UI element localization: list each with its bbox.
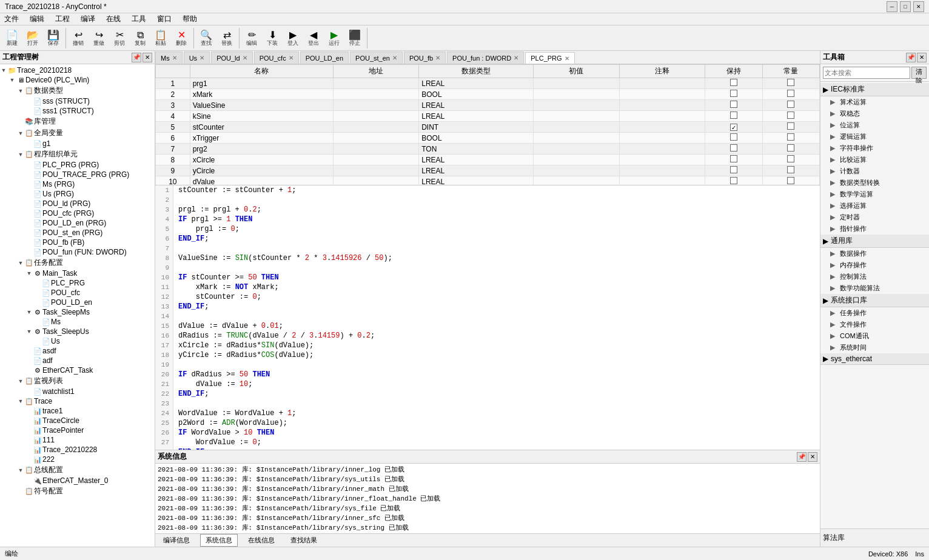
undo-button[interactable]: ↩撤销	[69, 28, 88, 48]
tab-close[interactable]: ✕	[435, 55, 440, 61]
tree-item-busconfig[interactable]: ▼📋总线配置	[0, 464, 155, 476]
tree-item-pousten[interactable]: 📄POU_st_en (PRG)	[0, 228, 155, 238]
tab-close[interactable]: ✕	[565, 55, 569, 62]
menu-item-编辑[interactable]: 编辑	[28, 14, 46, 24]
right-item-内存操作[interactable]: ▶内存操作	[820, 259, 929, 271]
right-item-系统时间[interactable]: ▶系统时间	[820, 342, 929, 353]
run-button[interactable]: ▶运行	[324, 28, 344, 48]
constant-checkbox[interactable]	[787, 155, 794, 162]
right-item-控制算法[interactable]: ▶控制算法	[820, 271, 929, 282]
stop-button[interactable]: ⬛停止	[345, 28, 364, 48]
tab-0[interactable]: Ms✕	[155, 52, 183, 64]
tab-8[interactable]: PLC_PRG✕	[525, 52, 574, 64]
panel-close-button[interactable]: ✕	[143, 53, 152, 62]
tree-item-ms[interactable]: 📄Ms (PRG)	[0, 179, 155, 189]
tree-item-us2[interactable]: 📄Us	[0, 336, 155, 346]
tree-item-pouild[interactable]: 📄POU_ld (PRG)	[0, 199, 155, 208]
tree-item-tasksleepus[interactable]: ▼⚙Task_SleepUs	[0, 327, 155, 336]
table-row[interactable]: 2xMarkBOOL	[156, 89, 820, 100]
tree-item-taskconfig[interactable]: ▼📋任务配置	[0, 257, 155, 268]
table-row[interactable]: 1prg1LREAL	[156, 78, 820, 89]
retain-checkbox[interactable]	[730, 155, 737, 162]
right-item-比较运算[interactable]: ▶比较运算	[820, 154, 929, 165]
right-item-字符串操作[interactable]: ▶字符串操作	[820, 142, 929, 154]
tree-item-libmgr[interactable]: 📚库管理	[0, 116, 155, 127]
right-item-计数器[interactable]: ▶计数器	[820, 165, 929, 177]
bottom-tab-3[interactable]: 查找结果	[285, 534, 323, 547]
table-row[interactable]: 6xTriggerBOOL	[156, 133, 820, 144]
copy-button[interactable]: ⧉复制	[130, 28, 150, 48]
tree-item-sss[interactable]: 📄sss (STRUCT)	[0, 96, 155, 106]
replace-button[interactable]: ⇄替换	[217, 28, 236, 48]
menu-item-帮助[interactable]: 帮助	[181, 14, 199, 24]
right-panel-pin[interactable]: 📌	[906, 53, 916, 62]
tab-7[interactable]: POU_fun : DWORD✕	[447, 52, 524, 64]
close-button[interactable]: ✕	[913, 1, 924, 12]
tree-item-ethercattask[interactable]: ⚙EtherCAT_Task	[0, 365, 155, 375]
retain-checkbox[interactable]	[730, 177, 737, 184]
menu-item-文件[interactable]: 文件	[2, 14, 21, 24]
table-row[interactable]: 9yCircleLREAL	[156, 165, 820, 176]
retain-checkbox[interactable]	[730, 124, 737, 131]
table-row[interactable]: 5stCounterDINT	[156, 122, 820, 133]
table-row[interactable]: 10dValueLREAL	[156, 176, 820, 185]
tree-item-asdf[interactable]: 📄asdf	[0, 346, 155, 356]
tree-item-adf[interactable]: 📄adf	[0, 356, 155, 365]
tree-item-tracefolder[interactable]: ▼📋Trace	[0, 396, 155, 406]
logout-button[interactable]: ◀登出	[304, 28, 323, 48]
tree-item-trace20210228[interactable]: 📊Trace_20210228	[0, 445, 155, 455]
tree-item-tasksleepms[interactable]: ▼⚙Task_SleepMs	[0, 307, 155, 317]
right-item-COM通讯[interactable]: ▶COM通讯	[820, 330, 929, 342]
tree-item-symbolconfig[interactable]: 📋符号配置	[0, 485, 155, 497]
right-item-逻辑运算[interactable]: ▶逻辑运算	[820, 131, 929, 142]
tree-item-sss1[interactable]: 📄sss1 (STRUCT)	[0, 106, 155, 116]
tree-item-t222[interactable]: 📊222	[0, 455, 155, 464]
tab-2[interactable]: POU_ld✕	[211, 52, 253, 64]
tree-item-tracepointer[interactable]: 📊TracePointer	[0, 425, 155, 435]
tree-item-us[interactable]: 📄Us (PRG)	[0, 189, 155, 199]
tree-item-device0[interactable]: ▼🖥Device0 (PLC_Win)	[0, 75, 155, 85]
new-button[interactable]: 📄新建	[2, 28, 22, 48]
bottom-tab-2[interactable]: 在线信息	[243, 534, 280, 547]
right-item-双稳态[interactable]: ▶双稳态	[820, 108, 929, 119]
tree-item-g1[interactable]: 📄g1	[0, 139, 155, 148]
retain-checkbox[interactable]	[730, 79, 737, 86]
bottom-tab-0[interactable]: 编译信息	[158, 534, 195, 547]
right-item-数据类型转换[interactable]: ▶数据类型转换	[820, 177, 929, 188]
constant-checkbox[interactable]	[787, 112, 794, 119]
tree-item-t111[interactable]: 📊111	[0, 435, 155, 445]
table-row[interactable]: 7prg2TON	[156, 144, 820, 155]
constant-checkbox[interactable]	[787, 101, 794, 108]
menu-item-工程[interactable]: 工程	[53, 14, 72, 24]
constant-checkbox[interactable]	[787, 177, 794, 184]
algo-lib[interactable]: 算法库	[820, 528, 929, 547]
retain-checkbox[interactable]	[730, 101, 737, 108]
tree-item-pouLDen2[interactable]: 📄POU_LD_en	[0, 298, 155, 307]
tab-close[interactable]: ✕	[200, 55, 204, 61]
tab-1[interactable]: Us✕	[184, 52, 210, 64]
menu-item-在线[interactable]: 在线	[104, 14, 122, 24]
tab-close[interactable]: ✕	[243, 55, 247, 61]
tree-item-plcprg2[interactable]: 📄PLC_PRG	[0, 278, 155, 288]
minimize-button[interactable]: ─	[887, 1, 897, 12]
right-panel-close[interactable]: ✕	[917, 53, 927, 62]
right-item-定时器[interactable]: ▶定时器	[820, 212, 929, 223]
cut-button[interactable]: ✂剪切	[110, 28, 129, 48]
tab-6[interactable]: POU_fb✕	[404, 52, 446, 64]
find-button[interactable]: 🔍查找	[196, 28, 216, 48]
tab-3[interactable]: POU_cfc✕	[254, 52, 299, 64]
tree-item-poufb[interactable]: 📄POU_fb (FB)	[0, 238, 155, 247]
right-item-文件操作[interactable]: ▶文件操作	[820, 319, 929, 330]
retain-checkbox[interactable]	[730, 112, 737, 119]
download-button[interactable]: ⬇下装	[263, 28, 282, 48]
save-button[interactable]: 💾保存	[44, 28, 63, 48]
tree-item-datatypes[interactable]: ▼📋数据类型	[0, 85, 155, 96]
tree-item-watchlist[interactable]: ▼📋监视列表	[0, 375, 155, 387]
constant-checkbox[interactable]	[787, 166, 794, 173]
redo-button[interactable]: ↪重做	[89, 28, 109, 48]
right-item-数学功能算法[interactable]: ▶数学功能算法	[820, 282, 929, 294]
tree-item-tracecircle[interactable]: 📊TraceCircle	[0, 416, 155, 425]
tab-4[interactable]: POU_LD_en	[300, 52, 349, 64]
open-button[interactable]: 📂打开	[23, 28, 42, 48]
right-item-算术运算[interactable]: ▶算术运算	[820, 96, 929, 108]
